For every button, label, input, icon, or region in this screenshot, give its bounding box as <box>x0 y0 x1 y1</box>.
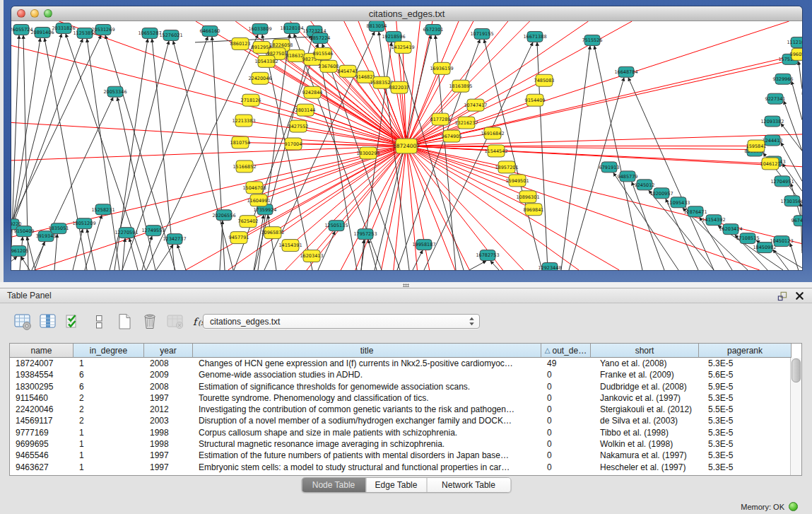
table-cell[interactable]: Hescheler et al. (1997) <box>591 462 699 473</box>
table-cell[interactable]: Yano et al. (2008) <box>591 358 699 369</box>
table-row[interactable]: 946554611997Estimation of the future num… <box>10 450 801 461</box>
table-cell[interactable]: Corpus callosum shape and size in male p… <box>193 427 541 438</box>
table-cell[interactable]: 9699695 <box>10 438 73 450</box>
table-cell[interactable]: Estimation of significance thresholds fo… <box>193 381 541 392</box>
table-cell[interactable]: 1 <box>73 438 144 450</box>
table-cell[interactable]: 2009 <box>144 369 193 380</box>
table-cell[interactable]: 5.3E-5 <box>699 427 792 438</box>
scrollbar-thumb[interactable] <box>792 358 801 382</box>
table-cell[interactable]: 1 <box>73 358 144 369</box>
close-button[interactable] <box>17 9 25 18</box>
table-cell[interactable]: 0 <box>541 392 591 404</box>
table-row[interactable]: 977716911998Corpus callosum shape and si… <box>10 427 801 438</box>
table-row[interactable]: 1938455462009Genome-wide association stu… <box>10 369 801 380</box>
table-cell[interactable]: Estimation of the future numbers of pati… <box>193 450 541 461</box>
close-panel-icon[interactable] <box>794 291 805 301</box>
table-row[interactable]: 1872400712008Changes of HCN gene express… <box>10 358 801 369</box>
table-row[interactable]: 969969511998Structural magnetic resonanc… <box>10 438 801 450</box>
table-cell[interactable]: 5.3E-5 <box>699 358 792 369</box>
select-rows-icon[interactable] <box>64 312 83 331</box>
table-cell[interactable]: 9115460 <box>10 392 73 404</box>
table-cell[interactable]: Tibbo et al. (1998) <box>591 427 699 438</box>
table-cell[interactable]: 1998 <box>144 438 193 450</box>
table-cell[interactable]: 1997 <box>144 462 193 473</box>
table-cell[interactable]: 6 <box>73 369 144 380</box>
table-cell[interactable]: 1997 <box>144 392 193 404</box>
table-cell[interactable]: 5.3E-5 <box>699 450 792 461</box>
table-cell[interactable]: 5.3E-5 <box>699 415 792 426</box>
table-cell[interactable]: Embryonic stem cells: a model to study s… <box>193 462 541 473</box>
table-cell[interactable]: 6 <box>73 381 144 392</box>
citation-network-graph[interactable]: 2605572420891406203318261125385520531269… <box>11 21 802 270</box>
table-cell[interactable]: Structural magnetic resonance image aver… <box>193 438 541 450</box>
minimize-button[interactable] <box>30 9 39 18</box>
table-cell[interactable]: 0 <box>541 415 591 426</box>
table-cell[interactable]: Dudbridge et al. (2008) <box>591 381 699 392</box>
table-cell[interactable]: 18724007 <box>10 358 73 369</box>
table-cell[interactable]: 2003 <box>144 415 193 426</box>
table-row[interactable]: 1830029562008Estimation of significance … <box>10 381 801 392</box>
tab-node-table[interactable]: Node Table <box>302 478 365 492</box>
table-cell[interactable]: Stergiakouli et al. (2012) <box>591 404 699 415</box>
table-cell[interactable]: 5.6E-5 <box>699 369 792 380</box>
table-cell[interactable]: Tourette syndrome. Phenomenology and cla… <box>193 392 541 404</box>
table-cell[interactable]: Investigating the contribution of common… <box>193 404 541 415</box>
table-row[interactable]: 1456911722003Disruption of a novel membe… <box>10 415 801 426</box>
table-cell[interactable]: Genome-wide association studies in ADHD. <box>193 369 541 380</box>
table-cell[interactable]: 14569117 <box>10 415 73 426</box>
tab-network-table[interactable]: Network Table <box>426 478 510 492</box>
table-cell[interactable]: 1 <box>73 462 144 473</box>
splitter-grip-icon[interactable] <box>403 284 409 287</box>
table-cell[interactable]: 0 <box>541 404 591 415</box>
table-cell[interactable]: 9777169 <box>10 427 73 438</box>
network-canvas[interactable]: 2605572420891406203318261125385520531269… <box>11 21 802 270</box>
column-header-name[interactable]: name <box>10 344 73 358</box>
table-cell[interactable]: 2 <box>73 415 144 426</box>
show-columns-icon[interactable] <box>38 312 57 331</box>
table-cell[interactable]: 5.9E-5 <box>699 381 792 392</box>
table-row[interactable]: 911546021997Tourette syndrome. Phenomeno… <box>10 392 801 404</box>
table-cell[interactable]: 2008 <box>144 381 193 392</box>
table-cell[interactable]: 0 <box>541 462 591 473</box>
column-header-title[interactable]: title <box>193 344 541 358</box>
table-cell[interactable]: 5.5E-5 <box>699 404 792 415</box>
table-cell[interactable]: 18300295 <box>10 381 73 392</box>
table-cell[interactable]: Changes of HCN gene expression and I(f) … <box>193 358 541 369</box>
table-cell[interactable]: 22420046 <box>10 404 73 415</box>
vertical-scrollbar[interactable] <box>790 358 801 475</box>
table-cell[interactable]: 0 <box>541 381 591 392</box>
table-cell[interactable]: 1998 <box>144 427 193 438</box>
table-cell[interactable]: Nakamura et al. (1997) <box>591 450 699 461</box>
column-header-pagerank[interactable]: pagerank <box>699 344 792 358</box>
table-cell[interactable]: 2 <box>73 392 144 404</box>
table-cell[interactable]: Jankovic et al. (1997) <box>591 392 699 404</box>
table-cell[interactable]: 9465546 <box>10 450 73 461</box>
table-select-dropdown[interactable]: citations_edges.txt <box>203 314 480 329</box>
delete-trash-icon[interactable] <box>140 312 159 331</box>
table-cell[interactable]: 5.3E-5 <box>699 462 792 473</box>
window-titlebar[interactable]: citations_edges.txt <box>11 6 802 21</box>
table-cell[interactable]: 2012 <box>144 404 193 415</box>
table-cell[interactable]: 0 <box>541 427 591 438</box>
table-cell[interactable]: de Silva et al. (2003) <box>591 415 699 426</box>
tab-edge-table[interactable]: Edge Table <box>365 478 426 492</box>
column-header-short[interactable]: short <box>591 344 699 358</box>
table-cell[interactable]: 5.3E-5 <box>699 438 792 450</box>
table-cell[interactable]: Franke et al. (2009) <box>591 369 699 380</box>
table-cell[interactable]: 2 <box>73 404 144 415</box>
table-cell[interactable]: 0 <box>541 438 591 450</box>
row-height-icon[interactable] <box>89 312 108 331</box>
table-cell[interactable]: 19384554 <box>10 369 73 380</box>
table-cell[interactable]: 1997 <box>144 450 193 461</box>
table-row[interactable]: 2242004622012Investigating the contribut… <box>10 404 801 415</box>
table-cell[interactable]: 5.3E-5 <box>699 392 792 404</box>
table-cell[interactable]: Disruption of a novel member of a sodium… <box>193 415 541 426</box>
column-header-in_degree[interactable]: in_degree <box>73 344 144 358</box>
column-header-out_de[interactable]: △out_de… <box>541 344 591 358</box>
table-cell[interactable]: 1 <box>73 450 144 461</box>
table-cell[interactable]: 2008 <box>144 358 193 369</box>
column-header-year[interactable]: year <box>144 344 193 358</box>
table-cell[interactable]: 0 <box>541 369 591 380</box>
table-cell[interactable]: 9463627 <box>10 462 73 473</box>
zoom-button[interactable] <box>44 9 52 18</box>
